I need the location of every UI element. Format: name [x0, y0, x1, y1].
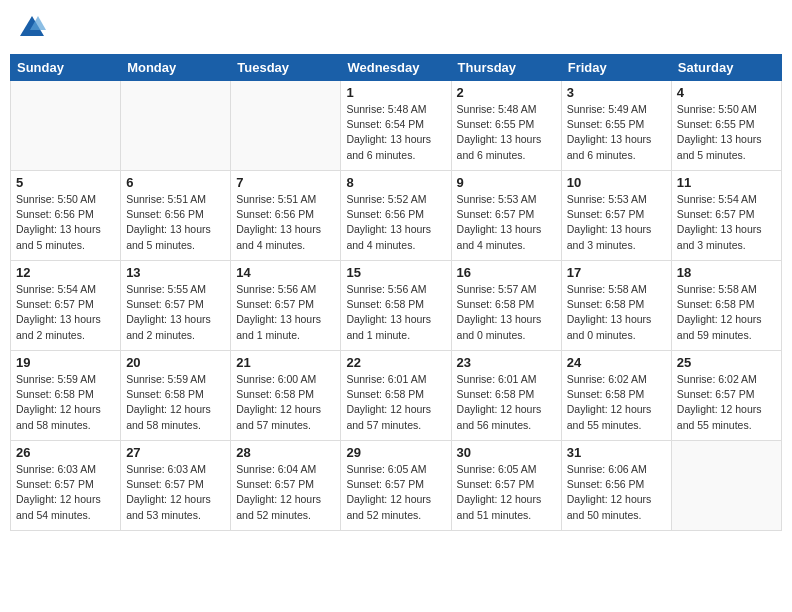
day-number: 31 [567, 445, 666, 460]
day-info: Sunrise: 6:03 AM Sunset: 6:57 PM Dayligh… [126, 462, 225, 523]
day-number: 2 [457, 85, 556, 100]
day-number: 30 [457, 445, 556, 460]
calendar-week-row: 19Sunrise: 5:59 AM Sunset: 6:58 PM Dayli… [11, 351, 782, 441]
day-number: 7 [236, 175, 335, 190]
calendar-cell [11, 81, 121, 171]
day-info: Sunrise: 5:48 AM Sunset: 6:54 PM Dayligh… [346, 102, 445, 163]
weekday-header-saturday: Saturday [671, 55, 781, 81]
day-number: 16 [457, 265, 556, 280]
calendar-cell: 8Sunrise: 5:52 AM Sunset: 6:56 PM Daylig… [341, 171, 451, 261]
logo-icon [18, 14, 46, 42]
weekday-header-sunday: Sunday [11, 55, 121, 81]
day-info: Sunrise: 5:56 AM Sunset: 6:57 PM Dayligh… [236, 282, 335, 343]
day-info: Sunrise: 5:53 AM Sunset: 6:57 PM Dayligh… [567, 192, 666, 253]
day-info: Sunrise: 5:50 AM Sunset: 6:55 PM Dayligh… [677, 102, 776, 163]
weekday-header-friday: Friday [561, 55, 671, 81]
day-number: 20 [126, 355, 225, 370]
day-number: 11 [677, 175, 776, 190]
calendar-cell: 11Sunrise: 5:54 AM Sunset: 6:57 PM Dayli… [671, 171, 781, 261]
day-info: Sunrise: 5:58 AM Sunset: 6:58 PM Dayligh… [567, 282, 666, 343]
calendar-cell: 17Sunrise: 5:58 AM Sunset: 6:58 PM Dayli… [561, 261, 671, 351]
calendar-cell [671, 441, 781, 531]
day-number: 26 [16, 445, 115, 460]
day-number: 13 [126, 265, 225, 280]
day-info: Sunrise: 5:50 AM Sunset: 6:56 PM Dayligh… [16, 192, 115, 253]
day-number: 10 [567, 175, 666, 190]
calendar-cell: 22Sunrise: 6:01 AM Sunset: 6:58 PM Dayli… [341, 351, 451, 441]
day-number: 8 [346, 175, 445, 190]
calendar-cell: 10Sunrise: 5:53 AM Sunset: 6:57 PM Dayli… [561, 171, 671, 261]
calendar-cell: 4Sunrise: 5:50 AM Sunset: 6:55 PM Daylig… [671, 81, 781, 171]
day-number: 5 [16, 175, 115, 190]
calendar-cell: 13Sunrise: 5:55 AM Sunset: 6:57 PM Dayli… [121, 261, 231, 351]
calendar-cell: 1Sunrise: 5:48 AM Sunset: 6:54 PM Daylig… [341, 81, 451, 171]
day-number: 14 [236, 265, 335, 280]
calendar-cell: 26Sunrise: 6:03 AM Sunset: 6:57 PM Dayli… [11, 441, 121, 531]
day-info: Sunrise: 6:02 AM Sunset: 6:58 PM Dayligh… [567, 372, 666, 433]
day-number: 17 [567, 265, 666, 280]
day-number: 4 [677, 85, 776, 100]
calendar-cell: 20Sunrise: 5:59 AM Sunset: 6:58 PM Dayli… [121, 351, 231, 441]
day-number: 1 [346, 85, 445, 100]
day-number: 6 [126, 175, 225, 190]
weekday-header-monday: Monday [121, 55, 231, 81]
calendar-cell: 5Sunrise: 5:50 AM Sunset: 6:56 PM Daylig… [11, 171, 121, 261]
day-number: 22 [346, 355, 445, 370]
calendar-cell: 2Sunrise: 5:48 AM Sunset: 6:55 PM Daylig… [451, 81, 561, 171]
calendar-week-row: 26Sunrise: 6:03 AM Sunset: 6:57 PM Dayli… [11, 441, 782, 531]
calendar-cell: 28Sunrise: 6:04 AM Sunset: 6:57 PM Dayli… [231, 441, 341, 531]
day-info: Sunrise: 5:53 AM Sunset: 6:57 PM Dayligh… [457, 192, 556, 253]
day-info: Sunrise: 6:04 AM Sunset: 6:57 PM Dayligh… [236, 462, 335, 523]
day-info: Sunrise: 6:01 AM Sunset: 6:58 PM Dayligh… [346, 372, 445, 433]
weekday-header-row: SundayMondayTuesdayWednesdayThursdayFrid… [11, 55, 782, 81]
weekday-header-wednesday: Wednesday [341, 55, 451, 81]
calendar-cell: 16Sunrise: 5:57 AM Sunset: 6:58 PM Dayli… [451, 261, 561, 351]
calendar-week-row: 1Sunrise: 5:48 AM Sunset: 6:54 PM Daylig… [11, 81, 782, 171]
calendar-cell: 3Sunrise: 5:49 AM Sunset: 6:55 PM Daylig… [561, 81, 671, 171]
day-info: Sunrise: 5:51 AM Sunset: 6:56 PM Dayligh… [236, 192, 335, 253]
day-info: Sunrise: 6:00 AM Sunset: 6:58 PM Dayligh… [236, 372, 335, 433]
weekday-header-thursday: Thursday [451, 55, 561, 81]
calendar-cell [231, 81, 341, 171]
day-number: 25 [677, 355, 776, 370]
day-number: 28 [236, 445, 335, 460]
day-info: Sunrise: 5:56 AM Sunset: 6:58 PM Dayligh… [346, 282, 445, 343]
calendar-cell: 21Sunrise: 6:00 AM Sunset: 6:58 PM Dayli… [231, 351, 341, 441]
day-info: Sunrise: 6:05 AM Sunset: 6:57 PM Dayligh… [457, 462, 556, 523]
calendar-cell: 30Sunrise: 6:05 AM Sunset: 6:57 PM Dayli… [451, 441, 561, 531]
calendar-cell: 25Sunrise: 6:02 AM Sunset: 6:57 PM Dayli… [671, 351, 781, 441]
day-info: Sunrise: 6:01 AM Sunset: 6:58 PM Dayligh… [457, 372, 556, 433]
calendar-week-row: 5Sunrise: 5:50 AM Sunset: 6:56 PM Daylig… [11, 171, 782, 261]
day-info: Sunrise: 5:58 AM Sunset: 6:58 PM Dayligh… [677, 282, 776, 343]
calendar-cell: 27Sunrise: 6:03 AM Sunset: 6:57 PM Dayli… [121, 441, 231, 531]
day-info: Sunrise: 5:49 AM Sunset: 6:55 PM Dayligh… [567, 102, 666, 163]
day-number: 18 [677, 265, 776, 280]
day-number: 19 [16, 355, 115, 370]
calendar-cell: 15Sunrise: 5:56 AM Sunset: 6:58 PM Dayli… [341, 261, 451, 351]
calendar-table: SundayMondayTuesdayWednesdayThursdayFrid… [10, 54, 782, 531]
day-info: Sunrise: 5:48 AM Sunset: 6:55 PM Dayligh… [457, 102, 556, 163]
calendar-cell: 14Sunrise: 5:56 AM Sunset: 6:57 PM Dayli… [231, 261, 341, 351]
logo [18, 14, 50, 42]
day-info: Sunrise: 6:05 AM Sunset: 6:57 PM Dayligh… [346, 462, 445, 523]
day-number: 27 [126, 445, 225, 460]
day-info: Sunrise: 5:59 AM Sunset: 6:58 PM Dayligh… [16, 372, 115, 433]
day-info: Sunrise: 5:52 AM Sunset: 6:56 PM Dayligh… [346, 192, 445, 253]
day-number: 23 [457, 355, 556, 370]
calendar-cell: 19Sunrise: 5:59 AM Sunset: 6:58 PM Dayli… [11, 351, 121, 441]
calendar-cell: 29Sunrise: 6:05 AM Sunset: 6:57 PM Dayli… [341, 441, 451, 531]
day-number: 3 [567, 85, 666, 100]
calendar-cell: 18Sunrise: 5:58 AM Sunset: 6:58 PM Dayli… [671, 261, 781, 351]
calendar-cell: 6Sunrise: 5:51 AM Sunset: 6:56 PM Daylig… [121, 171, 231, 261]
calendar-cell: 7Sunrise: 5:51 AM Sunset: 6:56 PM Daylig… [231, 171, 341, 261]
calendar-cell: 23Sunrise: 6:01 AM Sunset: 6:58 PM Dayli… [451, 351, 561, 441]
day-info: Sunrise: 5:54 AM Sunset: 6:57 PM Dayligh… [677, 192, 776, 253]
day-number: 9 [457, 175, 556, 190]
calendar-cell: 12Sunrise: 5:54 AM Sunset: 6:57 PM Dayli… [11, 261, 121, 351]
day-info: Sunrise: 6:03 AM Sunset: 6:57 PM Dayligh… [16, 462, 115, 523]
calendar-cell: 24Sunrise: 6:02 AM Sunset: 6:58 PM Dayli… [561, 351, 671, 441]
day-info: Sunrise: 5:54 AM Sunset: 6:57 PM Dayligh… [16, 282, 115, 343]
day-number: 12 [16, 265, 115, 280]
day-number: 24 [567, 355, 666, 370]
calendar-week-row: 12Sunrise: 5:54 AM Sunset: 6:57 PM Dayli… [11, 261, 782, 351]
